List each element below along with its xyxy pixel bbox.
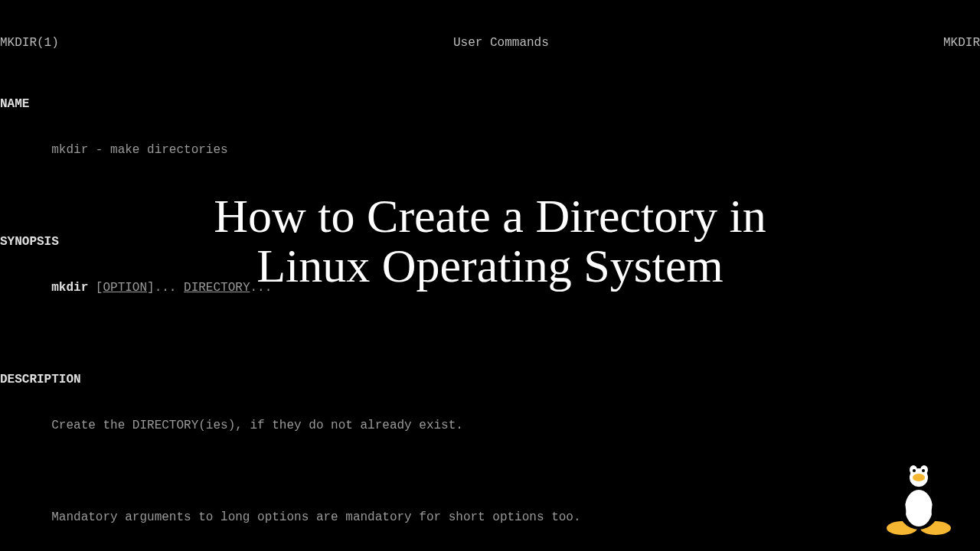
manpage-header-line: MKDIR(1) User Commands MKDIR <box>0 35 980 51</box>
svg-point-9 <box>922 469 925 472</box>
title-overlay: How to Create a Directory in Linux Opera… <box>0 191 980 291</box>
manpage-content: NAME mkdir - make directories SYNOPSIS m… <box>0 66 728 551</box>
title-line-2: Linux Operating System <box>0 241 980 291</box>
tux-penguin-icon <box>880 452 957 536</box>
svg-point-3 <box>905 490 933 527</box>
header-center: User Commands <box>453 35 549 51</box>
description-heading: DESCRIPTION <box>0 373 81 386</box>
name-text: mkdir - make directories <box>51 143 227 157</box>
mandatory-text: Mandatory arguments to long options are … <box>51 510 580 524</box>
title-line-1: How to Create a Directory in <box>0 191 980 241</box>
svg-point-8 <box>913 469 916 472</box>
header-left: MKDIR(1) <box>0 35 59 51</box>
name-heading: NAME <box>0 97 29 111</box>
header-right: MKDIR <box>943 35 980 51</box>
svg-point-10 <box>913 474 925 481</box>
description-text: Create the DIRECTORY(ies), if they do no… <box>51 419 463 432</box>
